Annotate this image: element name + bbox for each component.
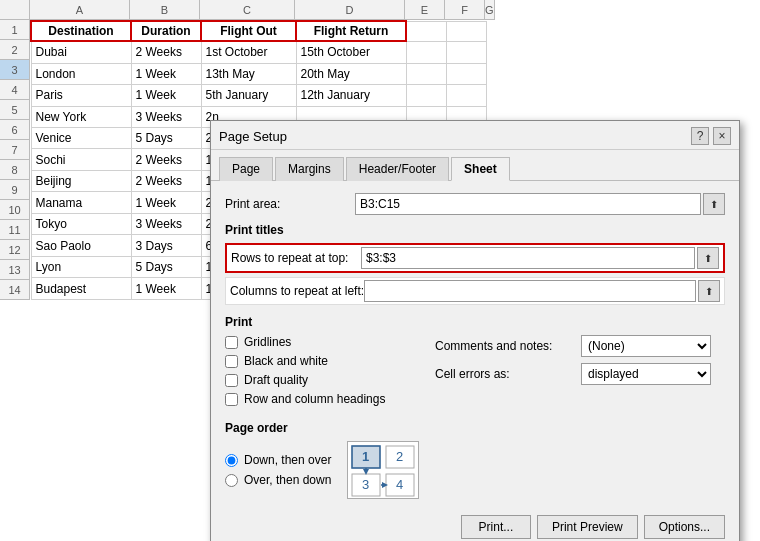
col-header-c: C — [200, 0, 295, 20]
row-num-header — [0, 0, 30, 20]
row-num-8: 8 — [0, 160, 30, 180]
blackwhite-row: Black and white — [225, 354, 425, 368]
table-row: London1 Week13th May20th May — [31, 63, 486, 84]
table-row: Paris1 Week5th January12th January — [31, 85, 486, 106]
cell-errors-label: Cell errors as: — [435, 367, 575, 381]
print-label: Print — [225, 315, 725, 329]
rows-repeat-input[interactable] — [361, 247, 695, 269]
draft-quality-checkbox[interactable] — [225, 374, 238, 387]
row-num-13: 13 — [0, 260, 30, 280]
row-num-5: 5 — [0, 100, 30, 120]
rows-repeat-collapse-btn[interactable]: ⬆ — [697, 247, 719, 269]
down-then-over-row: Down, then over — [225, 453, 331, 467]
row-num-2: 2 — [0, 40, 30, 60]
col-header-a: A — [30, 0, 130, 20]
over-then-down-radio[interactable] — [225, 474, 238, 487]
tab-margins[interactable]: Margins — [275, 157, 344, 181]
options-button[interactable]: Options... — [644, 515, 725, 539]
row-num-3: 3 — [0, 60, 30, 80]
col-destination: Destination — [31, 21, 131, 41]
print-preview-button[interactable]: Print Preview — [537, 515, 638, 539]
rows-repeat-label: Rows to repeat at top: — [231, 251, 361, 265]
page-order-svg: 1 2 3 4 — [348, 442, 420, 500]
dialog-titlebar: Page Setup ? × — [211, 121, 739, 150]
comments-errors-group: Comments and notes: (None) Cell errors a… — [435, 335, 711, 411]
cell-errors-row: Cell errors as: displayed — [435, 363, 711, 385]
col-f — [446, 21, 486, 41]
comments-row: Comments and notes: (None) — [435, 335, 711, 357]
page-order-label: Page order — [225, 421, 725, 435]
col-header-g: G — [485, 0, 495, 20]
dialog-content: Print area: ⬆ Print titles Rows to repea… — [211, 181, 739, 511]
print-titles-section: Print titles Rows to repeat at top: ⬆ Co… — [225, 223, 725, 305]
cols-repeat-label: Columns to repeat at left: — [230, 284, 364, 298]
dialog-footer-top: Print... Print Preview Options... — [211, 511, 739, 539]
gridlines-row: Gridlines — [225, 335, 425, 349]
draft-quality-label: Draft quality — [244, 373, 308, 387]
page-setup-dialog: Page Setup ? × Page Margins Header/Foote… — [210, 120, 740, 541]
print-area-collapse-btn[interactable]: ⬆ — [703, 193, 725, 215]
cols-repeat-collapse-btn[interactable]: ⬆ — [698, 280, 720, 302]
svg-rect-10 — [352, 446, 380, 468]
print-area-label: Print area: — [225, 197, 355, 211]
print-titles-label: Print titles — [225, 223, 725, 237]
svg-text:4: 4 — [396, 477, 403, 492]
col-flight-out: Flight Out — [201, 21, 296, 41]
cell-errors-select[interactable]: displayed — [581, 363, 711, 385]
row-col-headings-row: Row and column headings — [225, 392, 425, 406]
page-order-inner: Down, then over Over, then down — [225, 441, 725, 499]
col-header-e: E — [405, 0, 445, 20]
black-white-checkbox[interactable] — [225, 355, 238, 368]
row-col-headings-label: Row and column headings — [244, 392, 385, 406]
row-num-4: 4 — [0, 80, 30, 100]
down-then-over-label: Down, then over — [244, 453, 331, 467]
table-row: Dubai2 Weeks1st October15th October — [31, 41, 486, 63]
row-num-11: 11 — [0, 220, 30, 240]
comments-label: Comments and notes: — [435, 339, 575, 353]
checkboxes-group: Gridlines Black and white Draft quality … — [225, 335, 425, 411]
gridlines-label: Gridlines — [244, 335, 291, 349]
dialog-title: Page Setup — [219, 129, 287, 144]
page-order-section: Page order Down, then over Over, then do… — [225, 421, 725, 499]
dialog-help-button[interactable]: ? — [691, 127, 709, 145]
over-then-down-row: Over, then down — [225, 473, 331, 487]
tab-sheet[interactable]: Sheet — [451, 157, 510, 181]
gridlines-checkbox[interactable] — [225, 336, 238, 349]
page-order-diagram: 1 2 3 4 — [347, 441, 419, 499]
tab-page[interactable]: Page — [219, 157, 273, 181]
col-duration: Duration — [131, 21, 201, 41]
radio-group: Down, then over Over, then down — [225, 453, 331, 487]
svg-text:2: 2 — [396, 449, 403, 464]
row-num-9: 9 — [0, 180, 30, 200]
print-button[interactable]: Print... — [461, 515, 531, 539]
row-num-6: 6 — [0, 120, 30, 140]
row-num-7: 7 — [0, 140, 30, 160]
dialog-controls: ? × — [691, 127, 731, 145]
black-white-label: Black and white — [244, 354, 328, 368]
col-header-d: D — [295, 0, 405, 20]
col-flight-return: Flight Return — [296, 21, 406, 41]
cols-repeat-row: Columns to repeat at left: ⬆ — [225, 277, 725, 305]
dialog-tabs: Page Margins Header/Footer Sheet — [211, 150, 739, 181]
row-num-14: 14 — [0, 280, 30, 300]
row-numbers: 1 2 3 4 5 6 7 8 9 10 11 12 13 14 — [0, 20, 30, 300]
row-num-1: 1 — [0, 20, 30, 40]
over-then-down-label: Over, then down — [244, 473, 331, 487]
print-area-row: Print area: ⬆ — [225, 193, 725, 215]
col-e — [406, 21, 446, 41]
print-area-input[interactable] — [355, 193, 701, 215]
print-section: Print Gridlines Black and white Draft qu… — [225, 315, 725, 411]
down-then-over-radio[interactable] — [225, 454, 238, 467]
dialog-close-button[interactable]: × — [713, 127, 731, 145]
row-num-12: 12 — [0, 240, 30, 260]
svg-text:3: 3 — [362, 477, 369, 492]
cols-repeat-input[interactable] — [364, 280, 696, 302]
col-header-f: F — [445, 0, 485, 20]
row-col-headings-checkbox[interactable] — [225, 393, 238, 406]
comments-select[interactable]: (None) — [581, 335, 711, 357]
draft-quality-row: Draft quality — [225, 373, 425, 387]
rows-repeat-row: Rows to repeat at top: ⬆ — [225, 243, 725, 273]
tab-headerfooter[interactable]: Header/Footer — [346, 157, 449, 181]
row-num-10: 10 — [0, 200, 30, 220]
col-header-b: B — [130, 0, 200, 20]
